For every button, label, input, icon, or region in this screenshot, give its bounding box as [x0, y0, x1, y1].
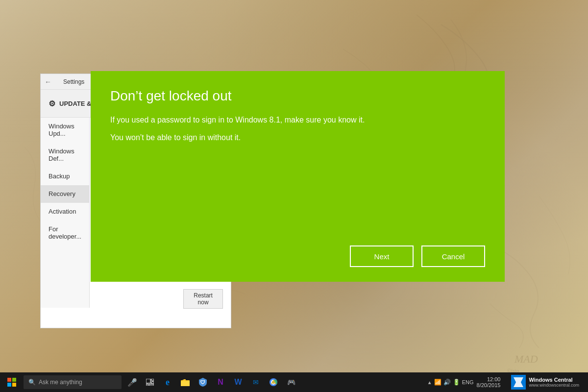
svg-rect-10: [146, 379, 150, 383]
windows-central-badge: Windows Central www.windowscentral.com: [507, 374, 583, 391]
nav-windows-defender[interactable]: Windows Def...: [41, 143, 89, 168]
svg-rect-7: [12, 378, 16, 382]
svg-text:🛡: 🛡: [200, 380, 205, 385]
onenote-icon[interactable]: N: [214, 375, 227, 389]
restart-now-button[interactable]: Restart now: [183, 289, 223, 309]
svg-rect-12: [151, 382, 154, 384]
cancel-button[interactable]: Cancel: [421, 245, 485, 267]
task-view-icon[interactable]: [143, 375, 157, 389]
windows-central-logo: [511, 375, 526, 390]
svg-rect-8: [7, 383, 11, 387]
chrome-icon[interactable]: [267, 375, 280, 389]
search-icon: 🔍: [28, 379, 36, 386]
volume-icon[interactable]: 🔊: [443, 379, 451, 386]
window-title: Settings: [63, 78, 84, 85]
taskbar-search[interactable]: 🔍 Ask me anything: [24, 375, 122, 389]
locked-out-dialog: Don’t get locked out If you used a passw…: [91, 71, 505, 282]
edge-icon[interactable]: e: [161, 375, 174, 389]
tray-up-icon[interactable]: ▲: [427, 380, 432, 385]
settings-nav: Windows Upd... Windows Def... Backup Rec…: [41, 118, 90, 308]
next-button[interactable]: Next: [350, 245, 414, 267]
gaming-icon[interactable]: 🎮: [284, 375, 298, 389]
network-icon[interactable]: 📶: [434, 379, 441, 386]
dialog-title: Don’t get locked out: [110, 88, 485, 104]
search-label: Ask me anything: [39, 379, 82, 386]
svg-rect-13: [146, 384, 148, 386]
defender-icon[interactable]: 🛡: [196, 375, 210, 389]
nav-backup[interactable]: Backup: [41, 168, 89, 185]
back-icon[interactable]: ←: [45, 78, 51, 86]
wc-brand-url: www.windowscentral.com: [529, 383, 579, 388]
file-explorer-icon[interactable]: [178, 375, 192, 389]
svg-text:MAD: MAD: [514, 353, 538, 365]
svg-rect-16: [181, 381, 190, 386]
dialog-text-1: If you used a password to sign in to Win…: [110, 116, 485, 124]
svg-rect-6: [7, 378, 11, 382]
taskbar-app-icons: 🎤 e: [125, 375, 298, 389]
svg-rect-9: [12, 383, 16, 387]
nav-developer[interactable]: For developer...: [41, 220, 89, 245]
dialog-text-2: You won’t be able to sign in without it.: [110, 133, 485, 142]
taskbar: 🔍 Ask me anything 🎤 e: [0, 372, 588, 392]
cortana-icon[interactable]: 🎤: [125, 375, 139, 389]
system-tray: ▲ 📶 🔊 🔋 ENG: [427, 379, 474, 386]
windows-logo-icon: [7, 378, 16, 387]
nav-activation[interactable]: Activation: [41, 203, 89, 220]
language-icon: ENG: [462, 379, 474, 385]
nav-recovery[interactable]: Recovery: [41, 185, 89, 203]
dialog-body: If you used a password to sign in to Win…: [110, 116, 485, 245]
battery-icon[interactable]: 🔋: [453, 379, 460, 386]
datetime-display[interactable]: 12:00 8/20/2015: [477, 376, 501, 388]
desktop: MAD ©isto Archivio Siolo Legnani www.mad…: [0, 0, 588, 392]
dialog-buttons: Next Cancel: [110, 245, 485, 267]
time-display: 12:00: [487, 376, 501, 382]
date-display: 8/20/2015: [477, 382, 501, 388]
word-icon[interactable]: W: [231, 375, 245, 389]
mail-icon[interactable]: ✉: [249, 375, 263, 389]
start-button[interactable]: [0, 372, 24, 392]
wc-brand-name: Windows Central: [529, 377, 579, 383]
svg-rect-11: [151, 379, 154, 381]
nav-windows-update[interactable]: Windows Upd...: [41, 118, 89, 143]
taskbar-right: ▲ 📶 🔊 🔋 ENG 12:00 8/20/2015 Windows Cent…: [427, 374, 588, 391]
windows-central-text: Windows Central www.windowscentral.com: [529, 377, 579, 388]
svg-rect-14: [149, 384, 154, 386]
